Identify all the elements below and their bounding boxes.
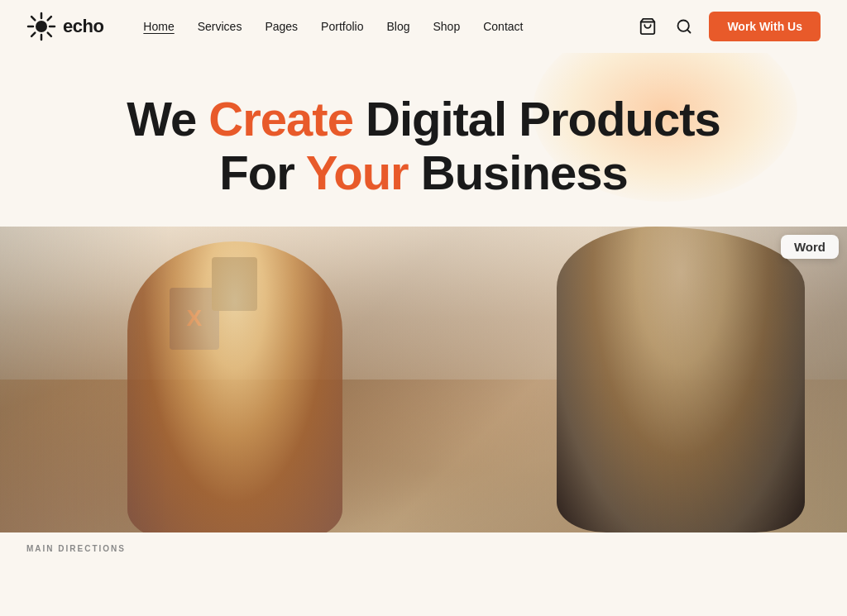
- hero-line1-post: Digital Products: [353, 92, 720, 146]
- word-badge: Word: [781, 235, 839, 259]
- hero-line2-post: Business: [409, 146, 628, 199]
- cart-button[interactable]: [636, 15, 659, 38]
- hero-line1-highlight: Create: [208, 92, 353, 146]
- svg-line-11: [687, 30, 691, 33]
- logo-icon: [26, 12, 56, 41]
- hero-line2: For Your Business: [219, 146, 627, 199]
- svg-point-0: [36, 21, 47, 32]
- nav-portfolio[interactable]: Portfolio: [321, 20, 363, 33]
- nav-links: Home Services Pages Portfolio Blog Shop …: [143, 20, 636, 33]
- hero-image-bg: X: [0, 227, 847, 532]
- svg-line-8: [31, 33, 35, 36]
- work-with-us-button[interactable]: Work With Us: [709, 12, 821, 41]
- svg-line-7: [48, 17, 51, 20]
- hero-section: We Create Digital Products For Your Busi…: [0, 53, 847, 532]
- search-icon: [676, 18, 692, 35]
- nav-home[interactable]: Home: [143, 20, 174, 33]
- hero-line1: We Create Digital Products: [127, 92, 720, 146]
- navbar: echo Home Services Pages Portfolio Blog …: [0, 0, 847, 53]
- hero-heading: We Create Digital Products For Your Busi…: [17, 93, 830, 200]
- nav-blog[interactable]: Blog: [386, 20, 409, 33]
- logo[interactable]: echo: [26, 12, 103, 41]
- hero-line1-pre: We: [127, 92, 208, 146]
- nav-services[interactable]: Services: [198, 20, 242, 33]
- hero-line2-pre: For: [219, 146, 306, 199]
- nav-pages[interactable]: Pages: [265, 20, 298, 33]
- main-directions-label: MAIN DIRECTIONS: [26, 544, 126, 553]
- bottom-bar: MAIN DIRECTIONS: [0, 532, 847, 553]
- nav-shop[interactable]: Shop: [433, 20, 461, 33]
- photo-overlay: [0, 227, 847, 532]
- hero-text: We Create Digital Products For Your Busi…: [0, 53, 847, 227]
- search-button[interactable]: [672, 15, 696, 38]
- hero-line2-highlight: Your: [306, 146, 409, 199]
- nav-right: Work With Us: [636, 12, 821, 41]
- nav-contact[interactable]: Contact: [483, 20, 523, 33]
- svg-line-6: [48, 33, 51, 36]
- hero-image: X Word: [0, 227, 847, 532]
- logo-text: echo: [63, 16, 103, 37]
- svg-line-5: [31, 17, 35, 20]
- cart-icon: [639, 17, 657, 36]
